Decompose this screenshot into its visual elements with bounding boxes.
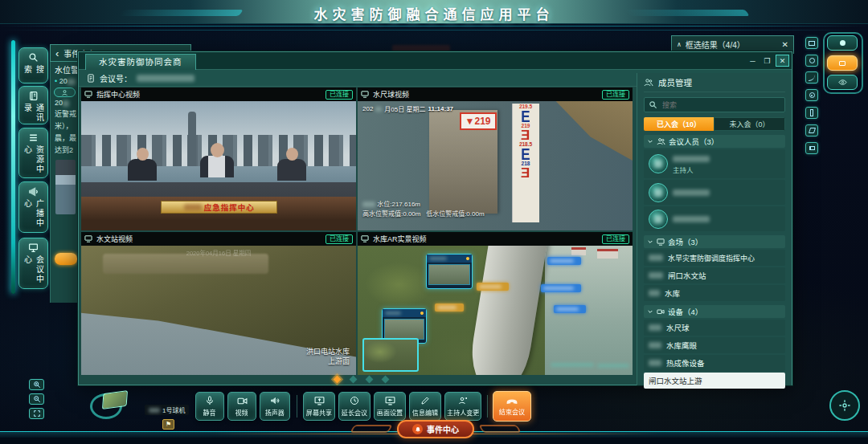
ar-popup-card[interactable] — [426, 254, 473, 289]
device-row[interactable]: 水尺球 — [644, 320, 785, 336]
sidebar-item-label: 通讯录 — [22, 104, 46, 124]
bottom-fill — [0, 438, 868, 444]
deco-line-1 — [0, 26, 868, 26]
collapse-icon[interactable]: ∧ — [677, 41, 682, 48]
device-row[interactable]: 水库鹰眼 — [644, 337, 785, 353]
ar-tag[interactable] — [541, 284, 581, 292]
display-settings-button[interactable]: 画面设置 — [374, 392, 406, 421]
tool-circle-select[interactable] — [805, 55, 818, 67]
close-icon[interactable]: ✕ — [776, 55, 789, 67]
pagination-dot-active[interactable] — [334, 376, 342, 384]
tool-layers[interactable] — [805, 124, 818, 136]
event-action-button[interactable] — [55, 253, 77, 265]
map-camera-label: 1号球机 — [145, 405, 189, 415]
video-cell-reservoir-ar[interactable]: 水库AR实景视频 已连接 — [358, 232, 633, 375]
ar-tag[interactable] — [547, 257, 581, 265]
device-row[interactable]: 热成像设备 — [644, 355, 785, 371]
sidebar-item-resources[interactable]: 资源中心 — [18, 128, 48, 178]
map-zoom-out-button[interactable] — [29, 393, 44, 405]
video-button[interactable]: 视频 — [227, 392, 256, 421]
command-center-plaque: 应急指挥中心 — [161, 201, 277, 214]
event-center-badge[interactable]: 事件中心 — [397, 420, 474, 438]
video-feed-icon — [361, 235, 369, 242]
member-search-box — [644, 97, 785, 112]
view-mode-button-3[interactable] — [827, 75, 858, 90]
pagination-dot[interactable] — [366, 376, 374, 384]
host-change-button[interactable]: 主持人变更 — [444, 392, 481, 421]
badge-wing-right — [478, 425, 522, 433]
pagination-dot[interactable] — [382, 376, 390, 384]
section-header-people[interactable]: 会议人员（3） — [644, 135, 785, 148]
venue-label: 水旱灾害防御调度指挥中心 — [668, 253, 755, 263]
video-cell-hydro-station[interactable]: 水文站视频 已连接 2020年04月16日 星期四 洪口电站水库 上游面 — [81, 232, 356, 375]
extend-meeting-button[interactable]: 延长会议 — [338, 392, 371, 421]
video-timestamp: 202 月05日 星期二 11:14:37 — [362, 104, 453, 113]
event-action-pill[interactable] — [54, 88, 76, 97]
map-zoom-in-button[interactable] — [29, 379, 44, 390]
view-mode-button-1[interactable] — [827, 35, 858, 51]
tool-measure[interactable] — [805, 107, 818, 119]
minimize-icon[interactable]: ─ — [746, 55, 760, 67]
eye-icon — [838, 79, 847, 86]
tool-rect-select[interactable] — [805, 37, 818, 49]
speaker-button[interactable]: 扬声器 — [260, 392, 290, 421]
info-edit-button[interactable]: 信息编辑 — [409, 392, 441, 421]
event-text-fragment: 晨，最 — [55, 132, 79, 143]
member-search-input[interactable] — [661, 100, 773, 110]
venue-row[interactable]: 水库 — [644, 285, 785, 301]
connection-status-badge: 已连接 — [602, 234, 629, 244]
section-header-devices[interactable]: 设备（4） — [644, 305, 785, 318]
maximize-icon[interactable]: ❐ — [760, 55, 774, 67]
ar-tag[interactable] — [477, 283, 509, 291]
ar-tag[interactable] — [435, 303, 464, 312]
ar-tag[interactable] — [554, 305, 586, 313]
video-header: 水文站视频 已连接 — [81, 232, 356, 246]
section-header-venues[interactable]: 会场（3） — [644, 235, 785, 248]
member-row[interactable] — [644, 180, 785, 205]
picture-in-picture-thumbnail[interactable] — [362, 338, 419, 372]
device-row-selected[interactable]: 闸口水文站上游 — [644, 373, 785, 389]
video-cell-command-center[interactable]: 指挥中心视频 已连接 应急指挥中心 — [81, 88, 356, 230]
member-tabs: 已入会（10） 未入会（0） — [644, 117, 785, 131]
tab-joined[interactable]: 已入会（10） — [644, 117, 714, 131]
member-row-host[interactable]: 主持人 — [644, 149, 785, 178]
event-photo-thumbnail[interactable] — [55, 160, 76, 214]
screen-share-button[interactable]: 屏幕共享 — [303, 392, 335, 421]
member-row[interactable] — [644, 206, 785, 231]
tool-curve[interactable] — [805, 71, 818, 84]
member-name-redacted — [673, 156, 710, 162]
venue-row[interactable]: 水旱灾害防御调度指挥中心 — [644, 250, 785, 266]
video-cell-water-gauge[interactable]: 水尺球视频 已连接 202 月05日 星期二 11:14:37 ▼219 219… — [358, 88, 633, 230]
avatar — [649, 183, 668, 202]
resources-icon — [28, 132, 39, 143]
sidebar-item-contacts[interactable]: 通讯录 — [18, 86, 48, 124]
mute-button[interactable]: 静音 — [195, 392, 224, 421]
pagination-dot[interactable] — [350, 376, 358, 384]
sidebar-item-broadcast[interactable]: 广播中心 — [18, 181, 48, 233]
avatar — [649, 154, 668, 173]
map-marker-icon[interactable]: ⚑ — [162, 419, 174, 430]
toolbar-separator — [297, 395, 297, 418]
venue-label: 闸口水文站 — [668, 270, 706, 281]
close-icon[interactable]: ✕ — [782, 40, 788, 49]
view-mode-button-2-active[interactable] — [827, 55, 858, 71]
tab-not-joined[interactable]: 未入会（0） — [714, 117, 785, 131]
tool-target[interactable] — [805, 89, 818, 101]
map-pan-widget[interactable] — [829, 390, 860, 421]
end-meeting-button[interactable]: 结束会议 — [493, 391, 531, 422]
map-fit-extent-button[interactable] — [29, 408, 44, 419]
sidebar-item-meeting[interactable]: 会议中心 — [18, 238, 48, 289]
map-compass-widget[interactable] — [90, 392, 132, 421]
end-call-icon — [506, 397, 518, 405]
deco-line-2 — [0, 30, 868, 31]
video-header: 水尺球视频 已连接 — [358, 88, 633, 101]
people-icon — [644, 78, 653, 87]
video-header: 指挥中心视频 已连接 — [81, 88, 356, 101]
member-name-redacted — [673, 189, 710, 196]
video-title: 水库AR实景视频 — [373, 234, 427, 244]
tool-flag[interactable] — [805, 142, 818, 154]
sidebar-item-search[interactable]: 搜索 — [18, 47, 48, 84]
video-title: 水尺球视频 — [373, 89, 409, 100]
back-icon[interactable]: ‹ — [55, 47, 59, 59]
venue-row[interactable]: 闸口水文站 — [644, 267, 785, 283]
